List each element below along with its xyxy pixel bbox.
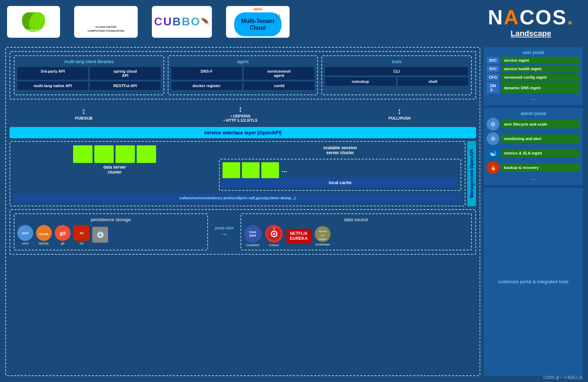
client-libs-title: multi-lang client libraries (17, 59, 161, 64)
cfg-label: CFG (487, 74, 499, 81)
customize-panel: customize portal & integrated tools (484, 188, 583, 376)
svg-text:MySQL: MySQL (39, 232, 49, 236)
middle-inner: data server cluster scalable session ser… (14, 145, 461, 191)
architecture-box: multi-lang client libraries 3rd-party AP… (5, 47, 480, 376)
udp-dns-label: • UDP/DNS (231, 114, 250, 118)
persistence-title: persistence storage (17, 217, 204, 222)
etcd-item: etcd etcd (17, 225, 33, 245)
user-portal-panel: user portal SVC service mgmt SVC service… (484, 47, 583, 105)
mysql-icon: MySQL (36, 225, 52, 241)
footer: CSDN @一个风轻云淡 (544, 375, 583, 380)
btn-shell: shell (398, 77, 468, 86)
disk-item: 💿 (92, 227, 108, 243)
kubectl-icon: ⚙ (487, 118, 499, 131)
docker-icon: 🐋 (487, 147, 499, 159)
zookeeper-label: Zookeeper (315, 243, 330, 246)
eureka-item: NETFLIXEUREKA (286, 229, 311, 243)
aws-badge: AWS (253, 7, 262, 11)
user-portal-title: user portal (487, 50, 580, 55)
http-label: • HTTP 1.1/2.0/TLS (224, 118, 257, 122)
persistence-box: persistence storage etcd etcd MySQL (14, 213, 208, 250)
protocol-section: ↕ PUB/SUB ↕ • UDP/DNS • HTTP 1.1/2.0/TLS… (10, 102, 476, 124)
nacos-c: C (519, 6, 535, 29)
cncf-logo: ⚙ CLOUD NATIVECOMPUTING FOUNDATION (74, 6, 138, 38)
nacos-dot: . (567, 6, 574, 29)
backup-recovery-item: backup & recovery (501, 163, 580, 172)
mysql-label: MySQL (38, 242, 49, 245)
service-mgmt-item: service mgmt (501, 57, 580, 64)
svc-row: SVC service mgmt (487, 57, 580, 64)
nacos-subtitle: Landscape (488, 29, 574, 38)
aws-cloud-text2: Cloud (241, 25, 274, 31)
monitoring-alert-item: monitoring and alert (501, 134, 580, 143)
service-interface: service interface layer (OpenAPI) (10, 127, 476, 138)
s3-item: S3 S3 (73, 225, 89, 245)
dots1: ... (487, 95, 580, 101)
data-server-blocks (73, 145, 156, 163)
data-block-1 (73, 145, 93, 163)
pump-arrow: → (221, 230, 228, 238)
udp-dns-protocol: ↕ • UDP/DNS • HTTP 1.1/2.0/TLS (224, 104, 257, 122)
svg-point-9 (273, 233, 275, 235)
nacos-a: A (504, 6, 519, 29)
management-openapi: Management OpenAPI (467, 141, 476, 206)
btn-3rd-party: 3rd-party API (17, 67, 88, 80)
lifecycle-row: ⚙ sevr lifecycle and scale (487, 118, 580, 131)
nacos-s: S (552, 6, 567, 29)
pub-sub-protocol: ↕ PUB/SUB (75, 106, 93, 120)
consul-item: Consul (265, 225, 283, 247)
storage-icons: etcd etcd MySQL MySQL gi (17, 225, 204, 245)
btn-confd: confd (244, 81, 314, 90)
svc-label: SVC (487, 57, 499, 64)
admin-rows: ⚙ sevr lifecycle and scale ⚙ monitoring … (487, 118, 580, 174)
cfg-row: CFG versioned config mgmt (487, 74, 580, 81)
prometheus-icon: 🔥 (487, 161, 499, 174)
top-section: multi-lang client libraries 3rd-party AP… (10, 51, 476, 99)
versioned-config-item: versioned config mgmt (501, 74, 580, 81)
metrics-sla-item: metrics & SLA mgmt (501, 149, 580, 157)
btn-spring-cloud: spring cloud API (90, 67, 160, 80)
consul-icon (265, 225, 283, 243)
coredns-item: CoreDNS CoreDNS (244, 225, 262, 247)
btn-multilang-native: multi-lang native API (17, 81, 88, 90)
service-health-item: service health mgmt (501, 65, 580, 72)
session-block-3 (261, 162, 279, 178)
data-block-2 (94, 145, 114, 163)
metrics-row: 🐋 metrics & SLA mgmt (487, 147, 580, 159)
nacos-n: N (488, 6, 504, 29)
etcd-icon: etcd (17, 225, 33, 241)
session-inner-box: ... local cache (219, 159, 461, 191)
zookeeper-icon: Apache Zoo keeper (315, 226, 331, 242)
svg-text:SPRING CLOUD: SPRING CLOUD (23, 29, 44, 32)
coredns-label: CoreDNS (246, 243, 260, 247)
dns-row: DN S dynamic DNS mgmt (487, 82, 580, 93)
right-sidebar: user portal SVC service mgmt SVC service… (484, 47, 583, 376)
svg-text:S3: S3 (79, 231, 83, 235)
local-cache: local cache (222, 178, 458, 187)
dubbo-logo: C U B B O 🪶 (152, 6, 212, 38)
admin-portal-title: admin portal (487, 111, 580, 116)
btn-dns-f: DNS-F (171, 67, 242, 80)
monitoring-icon: ⚙ (487, 132, 499, 145)
pull-push-label: PULL/PUSH (388, 116, 410, 120)
session-blocks: ... (222, 162, 458, 178)
admin-portal-panel: admin portal ⚙ sevr lifecycle and scale … (484, 108, 583, 185)
agent-box: agent DNS-F servicemeshagent docker regi… (168, 55, 318, 95)
pull-push-protocol: ↕ PULL/PUSH (388, 106, 410, 120)
data-server-label: data server cluster (103, 165, 126, 175)
svc-label2: SVC (487, 65, 499, 72)
dynamic-dns-item: dynamic DNS mgmt (501, 82, 580, 93)
dots2: ... (487, 175, 580, 181)
git-icon: git (55, 225, 71, 241)
zookeeper-item: Apache Zoo keeper Zookeeper (315, 226, 331, 246)
btn-docker-register: docker register (171, 81, 242, 90)
btn-nslookup: nslookup (325, 77, 396, 86)
mysql-item: MySQL MySQL (36, 225, 52, 245)
datasource-title: data source (244, 217, 468, 222)
spring-cloud-logo: SPRING CLOUD (7, 6, 60, 38)
nacos-logo: NACOS. Landscape (488, 5, 581, 38)
svc-health-row: SVC service health mgmt (487, 65, 580, 72)
datasource-box: data source CoreDNS CoreDNS (240, 213, 472, 250)
customize-text: customize portal & integrated tools (498, 278, 568, 286)
s3-icon: S3 (73, 225, 89, 241)
